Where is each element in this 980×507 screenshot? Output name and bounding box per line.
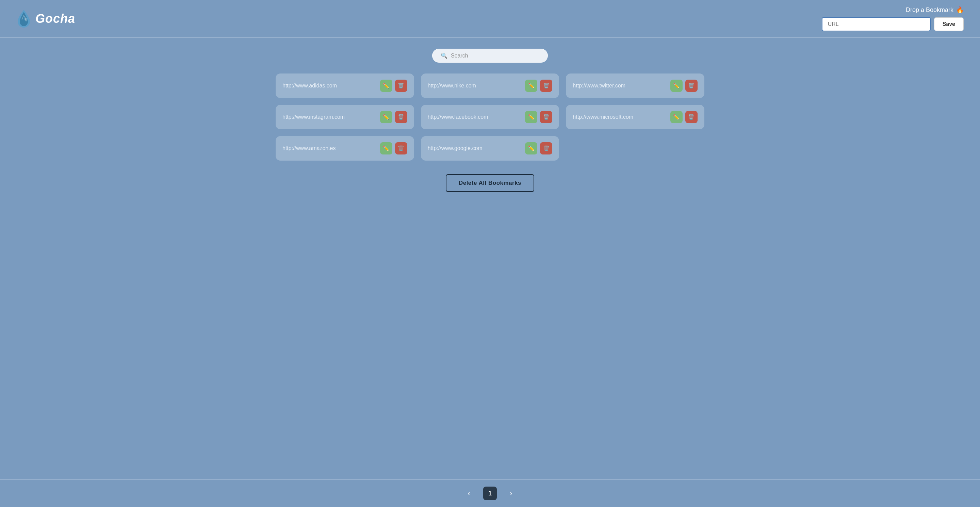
delete-bookmark-button[interactable]: 🗑️ [395, 142, 407, 154]
bookmark-url: http://www.nike.com [428, 83, 525, 89]
next-page-button[interactable]: › [505, 487, 517, 499]
main-content: 🔍 http://www.adidas.com ✏️ 🗑️ http://www… [0, 38, 980, 480]
bookmark-actions: ✏️ 🗑️ [525, 142, 552, 154]
bookmark-url: http://www.amazon.es [282, 145, 380, 151]
drop-bookmark-label: Drop a Bookmark 🔥 [906, 6, 964, 14]
edit-bookmark-button[interactable]: ✏️ [380, 142, 392, 154]
delete-bookmark-button[interactable]: 🗑️ [540, 111, 552, 123]
search-box: 🔍 [432, 49, 548, 63]
delete-bookmark-button[interactable]: 🗑️ [685, 79, 698, 92]
edit-bookmark-button[interactable]: ✏️ [380, 79, 392, 92]
bookmark-card: http://www.instagram.com ✏️ 🗑️ [275, 105, 414, 129]
logo-text: Gocha [35, 11, 75, 26]
delete-bookmark-button[interactable]: 🗑️ [540, 142, 552, 154]
bookmark-url: http://www.instagram.com [282, 114, 380, 120]
save-button[interactable]: Save [934, 17, 964, 31]
edit-bookmark-button[interactable]: ✏️ [525, 79, 537, 92]
delete-bookmark-button[interactable]: 🗑️ [685, 111, 698, 123]
bookmark-url: http://www.microsoft.com [573, 114, 670, 120]
logo-area: Gocha [16, 9, 75, 28]
bookmark-card: http://www.adidas.com ✏️ 🗑️ [275, 73, 414, 98]
delete-bookmark-button[interactable]: 🗑️ [395, 111, 407, 123]
delete-all-container: Delete All Bookmarks [446, 174, 534, 192]
edit-bookmark-button[interactable]: ✏️ [525, 111, 537, 123]
bookmark-card: http://www.google.com ✏️ 🗑️ [421, 136, 559, 161]
bookmark-actions: ✏️ 🗑️ [670, 111, 698, 123]
logo-icon [16, 9, 31, 28]
current-page: 1 [483, 486, 497, 500]
bookmark-actions: ✏️ 🗑️ [525, 111, 552, 123]
delete-bookmark-button[interactable]: 🗑️ [540, 79, 552, 92]
bookmark-card: http://www.nike.com ✏️ 🗑️ [421, 73, 559, 98]
bookmark-actions: ✏️ 🗑️ [380, 79, 407, 92]
edit-bookmark-button[interactable]: ✏️ [670, 79, 682, 92]
header-right: Drop a Bookmark 🔥 Save [822, 6, 964, 31]
bookmark-card: http://www.twitter.com ✏️ 🗑️ [566, 73, 705, 98]
bookmark-actions: ✏️ 🗑️ [380, 111, 407, 123]
search-icon: 🔍 [441, 52, 447, 59]
bookmark-actions: ✏️ 🗑️ [670, 79, 698, 92]
fire-icon: 🔥 [956, 6, 964, 14]
bookmark-actions: ✏️ 🗑️ [380, 142, 407, 154]
url-input[interactable] [822, 17, 931, 31]
search-input[interactable] [451, 53, 539, 59]
bookmark-url: http://www.adidas.com [282, 83, 380, 89]
app-header: Gocha Drop a Bookmark 🔥 Save [0, 0, 980, 38]
delete-all-button[interactable]: Delete All Bookmarks [446, 174, 534, 192]
bookmark-url: http://www.google.com [428, 145, 525, 151]
url-save-row: Save [822, 17, 964, 31]
bookmark-actions: ✏️ 🗑️ [525, 79, 552, 92]
bookmark-card: http://www.microsoft.com ✏️ 🗑️ [566, 105, 705, 129]
bookmark-url: http://www.twitter.com [573, 83, 670, 89]
search-container: 🔍 [432, 49, 548, 63]
edit-bookmark-button[interactable]: ✏️ [380, 111, 392, 123]
edit-bookmark-button[interactable]: ✏️ [670, 111, 682, 123]
bookmark-url: http://www.facebook.com [428, 114, 525, 120]
bookmark-card: http://www.amazon.es ✏️ 🗑️ [275, 136, 414, 161]
delete-bookmark-button[interactable]: 🗑️ [395, 79, 407, 92]
bookmark-card: http://www.facebook.com ✏️ 🗑️ [421, 105, 559, 129]
edit-bookmark-button[interactable]: ✏️ [525, 142, 537, 154]
bookmarks-grid: http://www.adidas.com ✏️ 🗑️ http://www.n… [275, 73, 705, 161]
prev-page-button[interactable]: ‹ [463, 487, 475, 499]
footer-pagination: ‹ 1 › [0, 480, 980, 507]
